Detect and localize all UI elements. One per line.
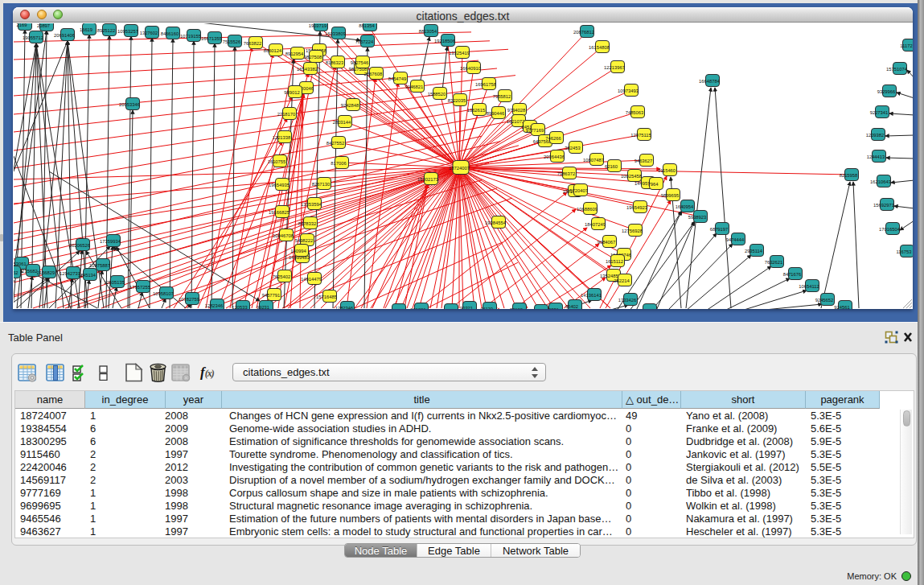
svg-text:120533: 120533 <box>232 305 247 310</box>
svg-text:10654112: 10654112 <box>799 284 819 289</box>
svg-text:1615112: 1615112 <box>606 259 623 264</box>
svg-text:16543382: 16543382 <box>297 67 318 72</box>
svg-text:8466160: 8466160 <box>161 31 179 36</box>
svg-text:16033809: 16033809 <box>325 31 346 36</box>
svg-text:8322035: 8322035 <box>448 98 466 103</box>
svg-text:16154808: 16154808 <box>589 45 610 50</box>
svg-text:7857224: 7857224 <box>355 39 374 44</box>
svg-text:7955812: 7955812 <box>493 94 511 99</box>
svg-text:19654935: 19654935 <box>269 183 290 187</box>
svg-text:44120: 44120 <box>480 307 493 310</box>
svg-text:19166825: 19166825 <box>269 210 290 215</box>
svg-text:382453: 382453 <box>565 146 580 150</box>
svg-text:881354: 881354 <box>359 23 375 28</box>
svg-text:7515526: 7515526 <box>223 39 241 44</box>
svg-text:19055712: 19055712 <box>23 35 43 40</box>
svg-text:853061: 853061 <box>14 262 27 266</box>
svg-text:16619: 16619 <box>80 27 92 32</box>
svg-text:13325419: 13325419 <box>449 51 470 56</box>
svg-text:6879197: 6879197 <box>710 227 729 232</box>
svg-text:17359934: 17359934 <box>100 239 121 244</box>
svg-text:8813054: 8813054 <box>419 29 437 34</box>
svg-text:99201: 99201 <box>532 309 544 310</box>
svg-text:2867608: 2867608 <box>364 72 383 76</box>
svg-text:16671355: 16671355 <box>201 36 222 41</box>
svg-text:746266: 746266 <box>545 136 561 141</box>
svg-text:1145134: 1145134 <box>78 273 97 278</box>
svg-text:12975115: 12975115 <box>630 133 651 138</box>
svg-text:9463627: 9463627 <box>634 159 653 163</box>
svg-text:116753: 116753 <box>897 249 912 254</box>
svg-text:8186323: 8186323 <box>326 60 344 65</box>
svg-text:20897: 20897 <box>37 23 50 28</box>
svg-text:2718170: 2718170 <box>277 112 296 117</box>
svg-text:10953257: 10953257 <box>117 29 138 34</box>
svg-text:9899695: 9899695 <box>661 193 680 198</box>
svg-text:5938923: 5938923 <box>688 215 707 220</box>
svg-text:2169: 2169 <box>17 23 27 27</box>
svg-text:14914479: 14914479 <box>301 277 322 282</box>
svg-text:13353594: 13353594 <box>301 202 322 207</box>
svg-text:8660124: 8660124 <box>264 48 282 53</box>
svg-text:20691406: 20691406 <box>54 33 75 38</box>
svg-text:15716485: 15716485 <box>316 295 337 299</box>
svg-text:817006: 817006 <box>331 161 346 166</box>
svg-text:9794028: 9794028 <box>507 108 526 113</box>
svg-text:16640910: 16640910 <box>460 66 481 71</box>
svg-text:19384554: 19384554 <box>485 220 507 225</box>
svg-text:5498222: 5498222 <box>295 238 314 243</box>
svg-text:1362615: 1362615 <box>467 108 486 113</box>
svg-text:7663822: 7663822 <box>244 41 262 46</box>
svg-text:1903719: 1903719 <box>309 23 327 28</box>
svg-text:99231: 99231 <box>257 305 269 310</box>
svg-text:18407249: 18407249 <box>585 222 606 227</box>
svg-text:130221: 130221 <box>388 308 403 310</box>
svg-text:10046708: 10046708 <box>273 233 294 238</box>
svg-text:1610755: 1610755 <box>268 159 286 164</box>
svg-text:19218506: 19218506 <box>434 39 455 43</box>
svg-text:19654923: 19654923 <box>626 205 647 210</box>
svg-text:2803144: 2803144 <box>333 120 351 125</box>
svg-text:252214: 252214 <box>614 278 630 283</box>
svg-text:10782759: 10782759 <box>179 297 199 302</box>
svg-text:1621072: 1621072 <box>507 119 525 124</box>
svg-text:215682: 215682 <box>22 269 37 274</box>
svg-text:9457791: 9457791 <box>262 293 281 298</box>
svg-text:16961758: 16961758 <box>475 82 496 87</box>
svg-text:8878332: 8878332 <box>298 221 317 226</box>
svg-text:9329966: 9329966 <box>877 89 896 94</box>
svg-text:10688609: 10688609 <box>577 207 598 212</box>
svg-text:10975887: 10975887 <box>89 263 110 268</box>
svg-text:62160: 62160 <box>605 164 618 169</box>
svg-text:17957255: 17957255 <box>129 285 150 290</box>
svg-text:15720407: 15720407 <box>567 188 588 193</box>
svg-text:9777169: 9777169 <box>526 128 544 133</box>
svg-text:7485063: 7485063 <box>626 110 644 115</box>
svg-text:9474444: 9474444 <box>726 237 745 242</box>
svg-text:20364436: 20364436 <box>544 154 565 159</box>
svg-text:9242848: 9242848 <box>341 103 359 108</box>
svg-text:20206526: 20206526 <box>69 243 90 248</box>
svg-text:2935114: 2935114 <box>745 249 763 253</box>
svg-text:15692971: 15692971 <box>873 203 894 208</box>
svg-text:1209382: 1209382 <box>866 133 885 138</box>
svg-text:8471676: 8471676 <box>783 272 802 277</box>
svg-text:9827546: 9827546 <box>351 60 369 65</box>
svg-text:1282346: 1282346 <box>335 306 354 310</box>
svg-text:2156829: 2156829 <box>37 270 55 275</box>
svg-text:20876812: 20876812 <box>573 30 594 35</box>
svg-text:140994: 140994 <box>290 249 306 253</box>
svg-text:10025458: 10025458 <box>621 174 642 179</box>
svg-text:8925122: 8925122 <box>97 28 116 33</box>
svg-text:16210643: 16210643 <box>870 179 891 184</box>
svg-text:1327602: 1327602 <box>140 31 158 35</box>
svg-text:8912954: 8912954 <box>285 51 304 56</box>
svg-text:7625402: 7625402 <box>273 274 291 279</box>
svg-text:8215958: 8215958 <box>840 173 858 178</box>
svg-text:66402: 66402 <box>565 304 578 309</box>
svg-text:18724007: 18724007 <box>449 166 470 171</box>
svg-text:1733426: 1733426 <box>618 298 637 303</box>
svg-text:15302173: 15302173 <box>417 177 438 182</box>
svg-text:8454749: 8454749 <box>388 76 407 81</box>
svg-text:1588520: 1588520 <box>428 92 446 97</box>
